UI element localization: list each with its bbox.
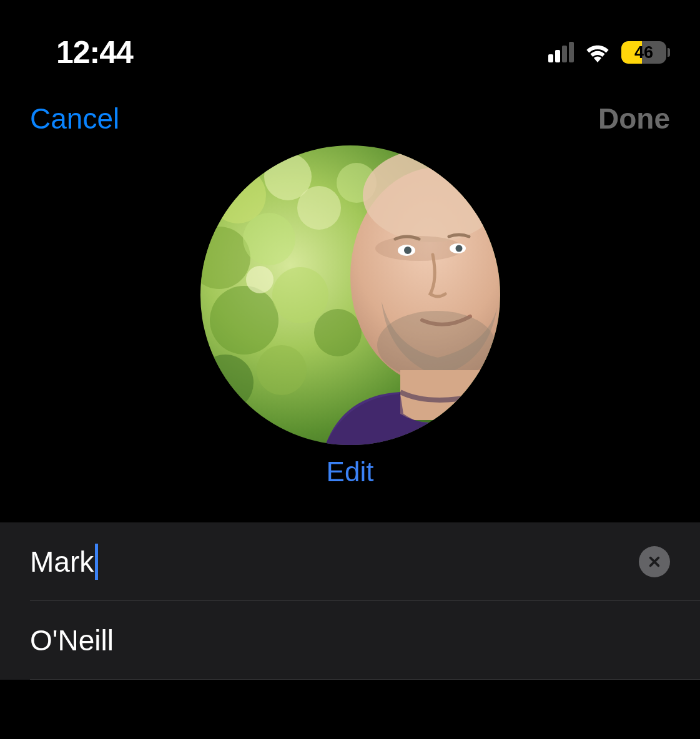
svg-point-18 bbox=[404, 247, 412, 254]
first-name-row: Mark bbox=[0, 522, 700, 601]
clear-first-name-button[interactable] bbox=[639, 546, 670, 577]
status-bar: 12:44 46 bbox=[0, 0, 700, 83]
last-name-input[interactable] bbox=[30, 601, 670, 680]
last-name-row bbox=[0, 601, 700, 680]
first-name-input[interactable] bbox=[30, 522, 639, 601]
done-button[interactable]: Done bbox=[598, 102, 670, 135]
cancel-button[interactable]: Cancel bbox=[30, 102, 119, 135]
nav-bar: Cancel Done bbox=[0, 83, 700, 142]
status-icons: 46 bbox=[548, 41, 670, 64]
edit-photo-button[interactable]: Edit bbox=[327, 456, 374, 487]
name-form: Mark bbox=[0, 522, 700, 680]
svg-point-5 bbox=[297, 186, 341, 230]
svg-point-1 bbox=[210, 167, 266, 223]
svg-point-15 bbox=[363, 149, 500, 242]
battery-level: 46 bbox=[634, 43, 653, 62]
svg-point-7 bbox=[272, 267, 328, 323]
svg-point-4 bbox=[243, 213, 295, 265]
svg-point-9 bbox=[257, 345, 307, 395]
svg-point-12 bbox=[200, 186, 225, 217]
svg-point-6 bbox=[210, 286, 279, 355]
close-icon bbox=[648, 555, 661, 569]
cellular-icon bbox=[548, 42, 574, 62]
status-time: 12:44 bbox=[56, 34, 133, 71]
profile-avatar[interactable] bbox=[200, 145, 500, 445]
svg-point-21 bbox=[377, 311, 496, 379]
avatar-section: Edit bbox=[0, 145, 700, 487]
svg-point-10 bbox=[314, 309, 362, 356]
svg-point-13 bbox=[246, 266, 274, 293]
battery-icon: 46 bbox=[621, 41, 670, 64]
svg-point-20 bbox=[455, 245, 462, 252]
wifi-icon bbox=[583, 41, 613, 64]
